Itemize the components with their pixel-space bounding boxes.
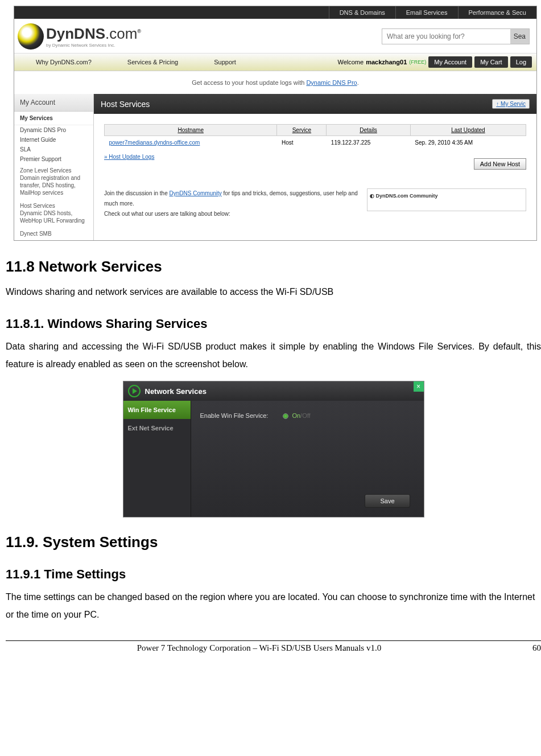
close-icon[interactable]: × <box>414 381 424 392</box>
cell-service: Host <box>277 136 327 150</box>
logo-icon <box>18 23 44 50</box>
table-row: power7medianas.dyndns-office.com Host 11… <box>105 136 526 150</box>
dyndns-screenshot: DNS & Domains Email Services Performance… <box>14 6 537 241</box>
sidebar-group-title: Host Services <box>20 202 88 209</box>
main-title: Host Services <box>101 100 150 109</box>
cell-updated: Sep. 29, 2010 4:35 AM <box>410 136 526 150</box>
radio-on-icon[interactable] <box>283 413 288 419</box>
page-footer: Power 7 Technology Corporation – Wi-Fi S… <box>6 640 541 653</box>
logo-name: DynDNS <box>46 25 105 42</box>
welcome-user: mackzhang01 <box>366 59 407 65</box>
my-cart-button[interactable]: My Cart <box>474 56 508 68</box>
sidebar-group-title: Dynect SMB <box>20 230 88 237</box>
sidebar: My Account My Services Dynamic DNS Pro I… <box>14 94 94 240</box>
para-11-9-1: The time settings can be changed based o… <box>6 589 541 623</box>
host-update-logs-link[interactable]: » Host Update Logs <box>104 154 154 160</box>
nav-link[interactable]: Support <box>197 59 253 65</box>
network-services-screenshot: × Network Services Win File Service Ext … <box>123 381 424 517</box>
nav-link[interactable]: Services & Pricing <box>110 59 195 65</box>
welcome-text: Welcome <box>337 59 364 65</box>
page-number: 60 <box>513 643 541 653</box>
cell-details: 119.122.37.225 <box>327 136 411 150</box>
ns-side-ext-net[interactable]: Ext Net Service <box>123 419 191 437</box>
community-link[interactable]: DynDNS Community <box>170 190 222 196</box>
ns-sidebar: Win File Service Ext Net Service <box>123 401 191 517</box>
footer-text: Power 7 Technology Corporation – Wi-Fi S… <box>6 643 513 653</box>
ns-side-win-file[interactable]: Win File Service <box>123 401 191 419</box>
search-box: Sea <box>382 28 530 44</box>
sidebar-item[interactable]: Premier Support <box>14 154 93 164</box>
heading-11-9-1: 11.9.1 Time Settings <box>6 567 541 582</box>
main-panel: Host Services ↑ My Servic Hostname Servi… <box>94 94 536 240</box>
promo-text: Get access to your host update logs with <box>192 79 306 86</box>
topbar-item[interactable]: Performance & Secu <box>458 6 537 19</box>
heading-11-8: 11.8 Network Services <box>6 258 541 276</box>
discussion-text: Check out what our users are talking abo… <box>104 211 230 217</box>
sidebar-group[interactable]: Dynect SMB <box>14 227 93 240</box>
my-services-link[interactable]: ↑ My Servic <box>492 99 530 109</box>
sidebar-item[interactable]: Internet Guide <box>14 135 93 145</box>
logout-button[interactable]: Log <box>510 56 532 68</box>
para-11-8: Windows sharing and network services are… <box>6 284 541 301</box>
promo-link[interactable]: Dynamic DNS Pro <box>306 79 357 86</box>
logo[interactable]: DynDNS.com® by Dynamic Network Services … <box>18 23 141 50</box>
heading-11-9: 11.9. System Settings <box>6 533 541 551</box>
ns-main: Enable Win File Service: On/Off Save <box>191 401 424 517</box>
promo-bar: Get access to your host update logs with… <box>14 71 536 94</box>
logo-tld: .com <box>105 25 137 42</box>
community-box[interactable]: ◐ DynDNS.com Community <box>367 188 526 211</box>
search-button[interactable]: Sea <box>510 29 529 44</box>
topbar-item[interactable]: Email Services <box>395 6 458 19</box>
add-host-button[interactable]: Add New Host <box>474 158 526 170</box>
sidebar-group-text: Dynamic DNS hosts, WebHop URL Forwarding <box>20 209 88 224</box>
sidebar-head: My Account <box>14 94 93 112</box>
th-details[interactable]: Details <box>327 125 411 136</box>
radio-on-label[interactable]: On <box>292 412 300 419</box>
th-updated[interactable]: Last Updated <box>410 125 526 136</box>
host-table: Hostname Service Details Last Updated po… <box>104 124 526 149</box>
logo-subtitle: by Dynamic Network Services Inc. <box>46 43 141 48</box>
ns-titlebar: Network Services <box>123 381 424 401</box>
hostname-link[interactable]: power7medianas.dyndns-office.com <box>109 139 200 146</box>
topbar-item[interactable]: DNS & Domains <box>329 6 395 19</box>
sidebar-sub[interactable]: My Services <box>14 112 93 125</box>
sidebar-group[interactable]: Host Services Dynamic DNS hosts, WebHop … <box>14 199 93 227</box>
sidebar-group-title: Zone Level Services <box>20 167 88 174</box>
sidebar-group-text: Domain registration and transfer, DNS ho… <box>20 174 88 196</box>
play-icon <box>128 385 141 397</box>
nav-link[interactable]: Why DynDNS.com? <box>19 59 109 65</box>
save-button[interactable]: Save <box>365 494 410 508</box>
ns-title: Network Services <box>145 387 207 396</box>
th-service[interactable]: Service <box>277 125 327 136</box>
discussion-text: Join the discussion in the <box>104 190 170 196</box>
heading-11-8-1: 11.8.1. Windows Sharing Services <box>6 317 541 331</box>
ns-field-label: Enable Win File Service: <box>200 412 269 419</box>
my-account-button[interactable]: My Account <box>428 56 472 68</box>
header: DynDNS.com® by Dynamic Network Services … <box>14 19 536 53</box>
search-input[interactable] <box>382 29 510 44</box>
main-nav: Why DynDNS.com? Services & Pricing Suppo… <box>14 53 536 71</box>
sidebar-item[interactable]: Dynamic DNS Pro <box>14 125 93 135</box>
para-11-8-1: Data sharing and accessing the Wi-Fi SD/… <box>6 338 541 373</box>
radio-off-label[interactable]: Off <box>302 412 310 419</box>
discussion-block: ◐ DynDNS.com Community Join the discussi… <box>104 188 526 219</box>
free-tag: (FREE) <box>409 59 426 65</box>
community-label: DynDNS.com Community <box>376 193 438 199</box>
th-hostname[interactable]: Hostname <box>105 125 277 136</box>
topbar: DNS & Domains Email Services Performance… <box>14 6 536 19</box>
main-head: Host Services ↑ My Servic <box>94 94 536 114</box>
sidebar-item[interactable]: SLA <box>14 145 93 154</box>
sidebar-group[interactable]: Zone Level Services Domain registration … <box>14 164 93 199</box>
